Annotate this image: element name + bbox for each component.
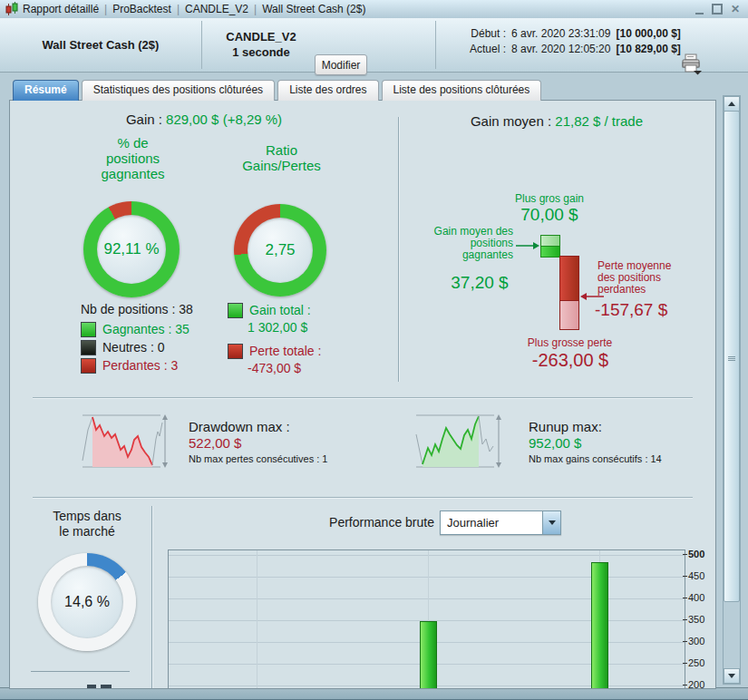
- winners-label: Gagnantes : 35: [102, 322, 189, 336]
- winrate-title: % de positions gagnantes: [63, 135, 203, 181]
- mini-divider: [31, 671, 130, 672]
- clipped-text-fragment: [87, 685, 96, 688]
- current-equity: [10 829,00 $]: [616, 43, 680, 55]
- black-square-icon: [81, 340, 96, 355]
- report-tabs: Résumé Statistiques des positions clôtur…: [13, 80, 541, 101]
- time-in-market-donut: 14,6 %: [38, 553, 136, 651]
- vertical-scrollbar[interactable]: [723, 95, 741, 685]
- minimize-button[interactable]: [694, 4, 704, 15]
- runup-label: Runup max:: [529, 419, 602, 434]
- avg-gain-value: 21,82 $ / trade: [555, 113, 643, 129]
- drawdown-label: Drawdown max :: [189, 419, 290, 434]
- legend-item-winners: Gagnantes : 35: [81, 320, 193, 338]
- period-dropdown[interactable]: Journalier: [440, 510, 561, 535]
- tab-liste-positions[interactable]: Liste des positions clôturées: [382, 80, 542, 101]
- ratio-value: 2,75: [265, 241, 295, 259]
- avg-win-label: Gain moyen des positions gagnantes: [423, 226, 513, 261]
- legend-item-losers: Perdantes : 3: [81, 356, 193, 374]
- tab-resume[interactable]: Résumé: [13, 80, 79, 101]
- gain-value: 829,00 $ (+8,29 %): [166, 112, 282, 127]
- runup-sparkline: [413, 412, 502, 472]
- scrollbar-thumb[interactable]: [724, 111, 740, 602]
- date-range: Début : 6 avr. 2020 23:31:09 [10 000,00 …: [470, 27, 681, 55]
- title-separator: |: [254, 3, 257, 15]
- neutral-label: Neutres : 0: [102, 340, 164, 355]
- y-tick-label: 500: [688, 548, 704, 560]
- printer-icon[interactable]: [680, 53, 704, 79]
- candlestick-icon: [5, 2, 19, 16]
- totals-legend: Gain total : 1 302,00 $ Perte totale : -…: [228, 301, 321, 376]
- gain-headline: Gain : 829,00 $ (+8,29 %): [10, 112, 398, 127]
- clipped-text-fragment: [101, 685, 112, 688]
- loss-bar: [559, 256, 579, 330]
- report-header: Wall Street Cash (2$) CANDLE_V2 1 second…: [0, 18, 748, 73]
- y-tick-label: 450: [688, 569, 704, 582]
- max-loss-value: -263,00 $: [507, 350, 634, 371]
- modify-button[interactable]: Modifier: [315, 54, 367, 75]
- y-tick-label: 200: [688, 678, 704, 689]
- start-label: Début :: [470, 27, 506, 40]
- current-datetime: 8 avr. 2020 12:05:20: [511, 43, 610, 55]
- performance-bar: [420, 621, 437, 689]
- gain-bar: [540, 235, 560, 258]
- performance-bar-chart: [168, 549, 685, 689]
- losers-label: Perdantes : 3: [102, 358, 178, 373]
- avg-loss-value: -157,67 $: [595, 300, 667, 320]
- chevron-down-icon: [549, 520, 556, 525]
- tab-liste-ordres[interactable]: Liste des ordres: [277, 80, 378, 101]
- title-bar: Rapport détaillé | ProBacktest | CANDLE_…: [0, 0, 748, 19]
- legend-item-total-gain: Gain total :: [228, 301, 321, 319]
- close-button[interactable]: ✕: [730, 4, 741, 15]
- positions-total-label: Nb de positions : 38: [81, 302, 193, 316]
- max-gain-value: 70,00 $: [491, 205, 608, 225]
- legend-item-neutral: Neutres : 0: [81, 338, 193, 356]
- max-loss-label: Plus grosse perte: [513, 337, 627, 349]
- ratio-title: Ratio Gains/Pertes: [211, 142, 352, 173]
- green-square-icon: [81, 322, 96, 337]
- avg-loss-label: Perte moyenne des positions perdantes: [597, 260, 697, 296]
- system-name: CANDLE_V2: [210, 29, 312, 44]
- scroll-up-button[interactable]: [724, 96, 740, 112]
- winrate-donut-chart: 92,11 %: [83, 201, 180, 297]
- window-bottom-border: [0, 687, 748, 700]
- triangle-down-icon: [728, 674, 735, 678]
- header-separator: [201, 21, 202, 69]
- y-tick-label: 400: [688, 591, 704, 604]
- title-separator: |: [177, 3, 180, 15]
- window-title-part: ProBacktest: [112, 3, 171, 15]
- start-datetime: 6 avr. 2020 23:31:09: [511, 27, 610, 40]
- max-gain-label: Plus gros gain: [491, 193, 608, 205]
- total-loss-value: -473,00 $: [248, 360, 321, 376]
- vertical-divider: [398, 117, 399, 382]
- drawdown-sparkline: [80, 412, 169, 472]
- system-timeframe: 1 seconde: [210, 44, 312, 60]
- triangle-up-icon: [728, 102, 735, 106]
- maximize-button[interactable]: [712, 4, 723, 15]
- dropdown-arrow-button[interactable]: [542, 511, 560, 534]
- red-square-icon: [81, 358, 96, 374]
- scroll-down-button[interactable]: [724, 668, 740, 684]
- drawdown-sub: Nb max pertes consécutives : 1: [189, 453, 327, 464]
- tab-statistiques[interactable]: Statistiques des positions clôturées: [82, 80, 275, 101]
- horizontal-divider: [33, 397, 693, 398]
- period-dropdown-value: Journalier: [441, 516, 542, 530]
- summary-panel: Gain : 829,00 $ (+8,29 %) % de positions…: [9, 100, 716, 689]
- start-equity: [10 000,00 $]: [616, 27, 680, 40]
- total-gain-label: Gain total :: [249, 303, 311, 317]
- performance-bar: [591, 562, 608, 689]
- arrow-left-icon: [580, 293, 604, 300]
- avg-win-value: 37,20 $: [430, 273, 529, 293]
- runup-value: 952,00 $: [529, 435, 581, 451]
- legend-item-total-loss: Perte totale :: [228, 342, 321, 360]
- window-title-part: Wall Street Cash (2$): [262, 3, 365, 15]
- time-in-market-title: Temps dans le marché: [19, 509, 155, 540]
- window-title-part: Rapport détaillé: [23, 3, 99, 15]
- winrate-value: 92,11 %: [103, 240, 159, 258]
- performance-label: Performance brute: [228, 515, 434, 530]
- horizontal-divider: [33, 497, 693, 498]
- gain-label: Gain :: [126, 112, 166, 127]
- total-loss-label: Perte totale :: [249, 344, 321, 358]
- y-tick-label: 250: [688, 656, 704, 669]
- chart-y-axis: 500 450 400 350 300 250 200: [688, 544, 715, 688]
- drawdown-value: 522,00 $: [189, 435, 241, 451]
